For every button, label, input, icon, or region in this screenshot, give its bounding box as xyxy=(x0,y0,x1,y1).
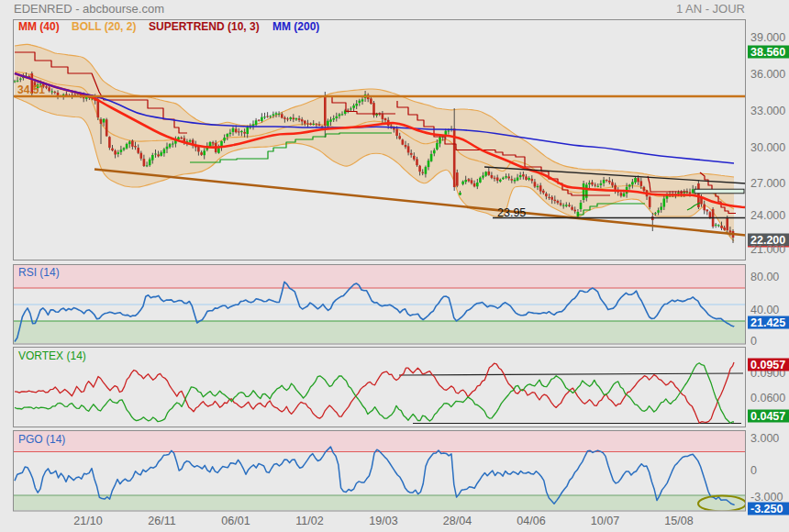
svg-text:RSI (14): RSI (14) xyxy=(18,266,60,279)
svg-text:36.000: 36.000 xyxy=(750,68,785,81)
svg-text:SUPERTREND (10, 3): SUPERTREND (10, 3) xyxy=(149,20,260,33)
svg-text:VORTEX (14): VORTEX (14) xyxy=(18,349,86,362)
svg-text:0.0600: 0.0600 xyxy=(750,392,785,405)
svg-text:39.000: 39.000 xyxy=(750,31,785,44)
svg-text:80.00: 80.00 xyxy=(750,271,779,283)
svg-text:40.00: 40.00 xyxy=(750,304,779,316)
svg-text:38.560: 38.560 xyxy=(750,46,785,59)
svg-text:33.000: 33.000 xyxy=(750,105,785,117)
svg-text:1 AN - JOUR: 1 AN - JOUR xyxy=(676,2,745,16)
svg-text:MM (200): MM (200) xyxy=(272,20,319,33)
svg-text:15/08: 15/08 xyxy=(664,515,693,527)
svg-text:MM (40): MM (40) xyxy=(18,20,60,33)
svg-text:19/03: 19/03 xyxy=(369,515,397,527)
svg-text:10/07: 10/07 xyxy=(591,515,619,527)
svg-text:24.000: 24.000 xyxy=(750,209,785,222)
svg-text:0: 0 xyxy=(750,335,757,348)
svg-text:-3.250: -3.250 xyxy=(750,503,783,515)
svg-text:0.0957: 0.0957 xyxy=(750,359,785,371)
svg-text:PGO (14): PGO (14) xyxy=(18,433,65,446)
svg-text:0: 0 xyxy=(750,464,757,477)
svg-text:21/10: 21/10 xyxy=(73,515,102,527)
svg-text:30.000: 30.000 xyxy=(750,141,785,154)
svg-text:3.000: 3.000 xyxy=(750,432,779,445)
svg-text:23.95: 23.95 xyxy=(497,206,526,219)
svg-text:BOLL (20, 2): BOLL (20, 2) xyxy=(72,20,136,33)
svg-text:27.000: 27.000 xyxy=(750,177,785,190)
svg-text:04/06: 04/06 xyxy=(517,515,545,527)
svg-text:34.51: 34.51 xyxy=(17,83,45,96)
svg-text:06/01: 06/01 xyxy=(221,515,250,527)
svg-text:21.425: 21.425 xyxy=(750,316,785,329)
svg-text:28/04: 28/04 xyxy=(443,515,472,527)
svg-text:11/02: 11/02 xyxy=(295,515,323,527)
svg-text:26/11: 26/11 xyxy=(148,515,175,527)
svg-text:21.000: 21.000 xyxy=(750,243,785,256)
svg-text:0.0457: 0.0457 xyxy=(750,410,785,423)
svg-text:EDENRED - abcbourse.com: EDENRED - abcbourse.com xyxy=(14,2,164,16)
